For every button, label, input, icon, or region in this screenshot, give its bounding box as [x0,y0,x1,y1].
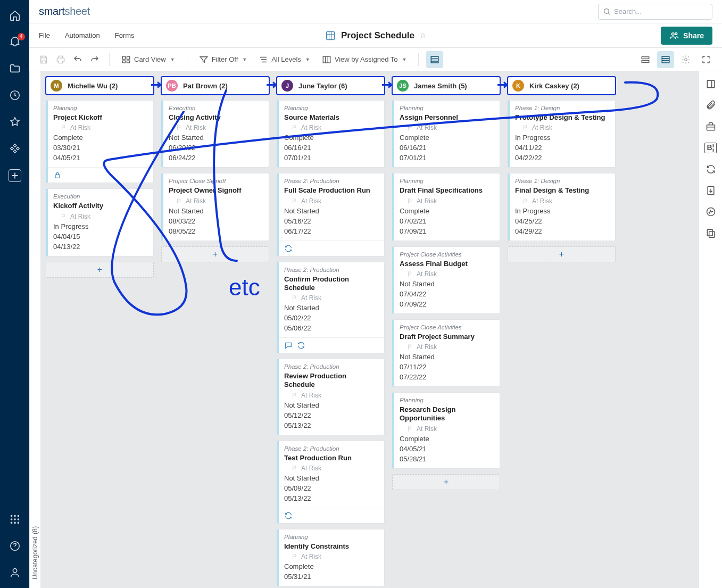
card[interactable]: PlanningSource MaterialsAt RiskComplete0… [277,100,385,168]
help-icon[interactable] [9,540,21,552]
card-title: Draft Project Summary [400,333,494,341]
star-icon[interactable] [9,116,21,128]
card-status: In Progress [515,134,610,142]
card[interactable]: Project Close SignoffProject Owner Signo… [161,173,269,241]
apps-icon[interactable] [9,514,21,525]
card-category: Phase 1: Design [515,105,610,111]
card[interactable]: ExecutionKickoff ActivityAt RiskIn Progr… [46,188,154,256]
refresh-icon[interactable] [706,164,716,175]
card-risk: At Risk [53,124,148,131]
account-icon[interactable] [9,567,21,578]
card-date-end: 04/22/22 [515,154,610,162]
column-header[interactable]: MMichelle Wu (2) [46,77,154,95]
doc-title[interactable]: Project Schedule [341,30,414,41]
notifications-icon[interactable]: 4 [9,36,21,48]
favorite-star-icon[interactable]: ☆ [420,31,426,39]
compact-view-icon[interactable] [637,51,654,68]
search-icon [603,7,611,15]
card[interactable]: PlanningIdentify ConstraintsAt RiskCompl… [277,529,385,586]
card[interactable]: Phase 2: ProductionFull Scale Production… [277,173,385,256]
recent-icon[interactable] [9,89,21,101]
card[interactable]: Phase 2: ProductionConfirm Production Sc… [277,262,385,354]
card[interactable]: Phase 1: DesignFinal Design & TestingAt … [508,173,616,241]
add-card-button[interactable]: + [161,246,269,262]
activity-icon[interactable] [706,206,716,217]
card[interactable]: Phase 2: ProductionReview Production Sch… [277,359,385,435]
svg-point-15 [675,32,677,35]
card-risk: At Risk [284,294,379,302]
card-status: Complete [284,134,379,142]
print-icon[interactable] [54,53,68,67]
card-date-end: 05/28/21 [400,455,494,463]
card-risk: At Risk [400,124,494,131]
fullscreen-icon[interactable] [698,51,715,68]
viewby-label: View by Assigned To [335,55,398,63]
add-icon[interactable] [9,169,21,182]
menu-automation[interactable]: Automation [65,31,100,39]
search-input[interactable] [614,7,708,15]
attachments-icon[interactable] [706,100,716,111]
column-js: JSJames Smith (5)PlanningAssign Personne… [392,77,500,490]
search-box[interactable] [598,4,712,20]
card-footer [48,167,153,183]
card-date-start: 06/16/21 [400,144,494,152]
card[interactable]: PlanningDraft Final SpecificationsAt Ris… [392,173,500,241]
card[interactable]: Phase 1: DesignPrototype Design & Testin… [508,100,616,168]
format-bold-icon[interactable]: B¦ [704,143,716,153]
levels-button[interactable]: All Levels▼ [254,53,314,67]
card[interactable]: PlanningResearch Design OpportunitiesAt … [392,392,500,469]
briefcase-icon[interactable] [706,121,716,132]
card-category: Phase 2: Production [284,267,379,273]
panel-toggle-icon[interactable] [706,79,716,89]
avatar: J [281,80,293,92]
filter-button[interactable]: Filter Off▼ [195,53,252,67]
svg-rect-23 [642,60,649,62]
undo-icon[interactable] [71,53,85,67]
share-button[interactable]: Share [661,27,712,45]
column-header[interactable]: JSJames Smith (5) [392,77,500,95]
menu-forms[interactable]: Forms [115,31,135,39]
card-category: Phase 2: Production [284,178,379,184]
column-header[interactable]: PBPat Brown (2) [161,77,269,95]
card-category: Planning [400,105,494,111]
card-risk: At Risk [284,197,379,205]
column-header[interactable]: KKirk Caskey (2) [508,77,616,95]
logo[interactable]: smartsheet [39,5,90,18]
svg-point-9 [17,522,19,524]
card-status: Not Started [169,207,263,215]
copy-icon[interactable] [706,228,716,238]
add-card-button[interactable]: + [392,474,500,490]
refresh-icon [284,511,293,520]
menu-file[interactable]: File [39,31,50,39]
add-card-button[interactable]: + [508,246,616,262]
card-date-start: 04/04/15 [53,233,148,241]
card-category: Execution [53,193,148,200]
card-date-end: 06/24/22 [169,154,263,162]
layout-toggle[interactable] [426,51,443,68]
column-header[interactable]: JJune Taylor (6) [277,77,385,95]
redo-icon[interactable] [88,53,102,67]
card[interactable]: PlanningProject KickoffAt RiskComplete03… [46,100,154,183]
view-selector[interactable]: Card View▼ [117,53,179,67]
column-jt: JJune Taylor (6)PlanningSource Materials… [277,77,385,588]
svg-rect-20 [323,56,330,63]
folder-icon[interactable] [9,63,21,74]
card[interactable]: ExecutionClosing ActivityAt RiskNot Star… [161,100,269,168]
card-title: Test Production Run [284,454,379,462]
card[interactable]: Project Close ActivitiesAssess Final Bud… [392,246,500,314]
export-icon[interactable] [706,185,716,196]
add-card-button[interactable]: + [46,262,154,278]
viewby-button[interactable]: View by Assigned To▼ [318,53,411,67]
card[interactable]: Phase 2: ProductionTest Production RunAt… [277,441,385,524]
home-icon[interactable] [9,10,21,21]
card[interactable]: PlanningAssign PersonnelAt RiskComplete0… [392,100,500,168]
card-title: Research Design Opportunities [400,405,494,423]
save-icon[interactable] [37,53,51,67]
column-pb: PBPat Brown (2)ExecutionClosing Activity… [161,77,269,262]
full-view-icon[interactable] [657,51,674,68]
connections-icon[interactable] [9,143,21,154]
card-risk: At Risk [53,213,148,220]
card[interactable]: Project Close ActivitiesDraft Project Su… [392,319,500,387]
settings-icon[interactable] [677,51,694,68]
uncategorized-label[interactable]: Uncategorized (8) [29,71,40,588]
